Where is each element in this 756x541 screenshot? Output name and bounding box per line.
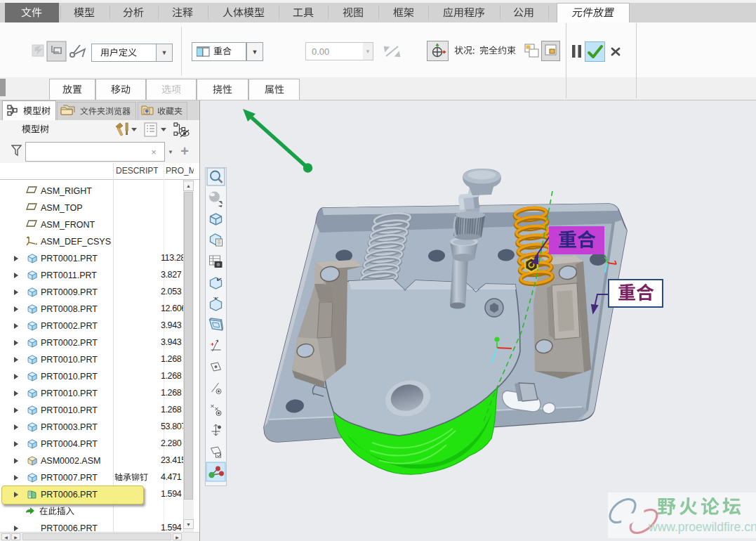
svg-text:✱: ✱: [145, 108, 150, 115]
